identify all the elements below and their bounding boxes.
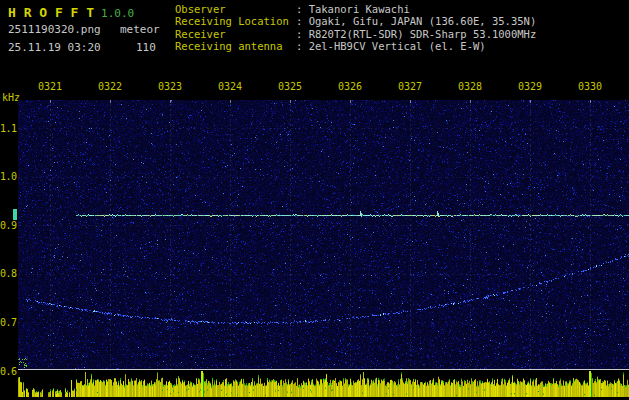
freq-tick-label: 0.9 xyxy=(0,220,16,231)
timestamp: 25.11.19 03:20 xyxy=(8,41,136,54)
mode-label: meteor xyxy=(120,23,160,36)
hrofft-window: H R O F F T1.0.0 2511190320.pngmeteor 25… xyxy=(0,0,629,400)
time-tick-label: 0324 xyxy=(215,81,245,92)
spectrogram-canvas xyxy=(18,100,629,369)
time-tick-label: 0328 xyxy=(455,81,485,92)
time-tick-label: 0327 xyxy=(395,81,425,92)
echo-count: 110 xyxy=(136,41,156,54)
info-label: Receiving Location xyxy=(175,15,296,27)
output-filename: 2511190320.png xyxy=(8,23,120,36)
info-label: Receiving antenna xyxy=(175,40,296,52)
info-label: Receiver xyxy=(175,28,296,40)
info-row-observer: Observer: Takanori Kawachi xyxy=(175,3,536,15)
time-tick-label: 0330 xyxy=(575,81,605,92)
info-value: : Ogaki, Gifu, JAPAN (136.60E, 35.35N) xyxy=(296,15,536,27)
header-left: H R O F F T1.0.0 2511190320.pngmeteor 25… xyxy=(8,2,160,59)
freq-tick-label: 0.6 xyxy=(0,366,16,377)
time-tick-label: 0323 xyxy=(155,81,185,92)
freq-tick-label: 1.0 xyxy=(0,171,16,182)
time-tick-label: 0329 xyxy=(515,81,545,92)
info-value: : R820T2(RTL-SDR) SDR-Sharp 53.1000MHz xyxy=(296,28,536,40)
freq-tick-label: 0.8 xyxy=(0,268,16,279)
signal-level-canvas xyxy=(18,369,629,400)
app-title: H R O F F T xyxy=(8,5,94,20)
station-info: Observer: Takanori Kawachi Receiving Loc… xyxy=(175,3,536,53)
app-version: 1.0.0 xyxy=(101,7,134,20)
info-value: : 2el-HB9CV Vertical (el. E-W) xyxy=(296,40,486,52)
carrier-frequency-marker xyxy=(13,209,17,220)
freq-tick-label: 0.7 xyxy=(0,317,16,328)
info-row-location: Receiving Location: Ogaki, Gifu, JAPAN (… xyxy=(175,15,536,27)
info-value: : Takanori Kawachi xyxy=(296,3,410,15)
info-row-antenna: Receiving antenna: 2el-HB9CV Vertical (e… xyxy=(175,40,536,52)
time-tick-label: 0321 xyxy=(35,81,65,92)
freq-tick-label: 1.1 xyxy=(0,123,16,134)
time-tick-label: 0326 xyxy=(335,81,365,92)
time-tick-label: 0325 xyxy=(275,81,305,92)
info-row-receiver: Receiver: R820T2(RTL-SDR) SDR-Sharp 53.1… xyxy=(175,28,536,40)
time-tick-label: 0322 xyxy=(95,81,125,92)
info-label: Observer xyxy=(175,3,296,15)
